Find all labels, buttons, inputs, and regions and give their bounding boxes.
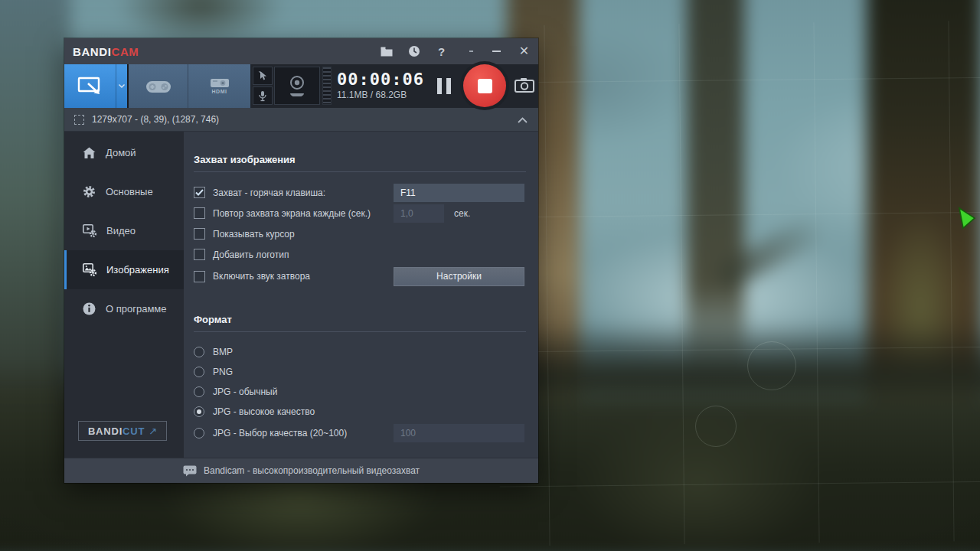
quality-value-input[interactable] xyxy=(394,424,524,442)
microphone-icon xyxy=(258,90,267,102)
jpg-high-quality-radio[interactable] xyxy=(194,406,204,417)
jpg-normal-label: JPG - обычный xyxy=(213,386,394,397)
video-settings-icon xyxy=(83,224,96,237)
png-label: PNG xyxy=(213,367,394,377)
record-circle xyxy=(463,64,506,107)
screen: BANDICAM ? xyxy=(0,0,980,551)
image-settings-icon xyxy=(83,263,96,276)
capture-toolbar: HDMI xyxy=(64,64,538,108)
collapse-panel-button[interactable] xyxy=(518,115,528,126)
divider xyxy=(194,331,526,332)
format-option-png: PNG xyxy=(194,362,526,382)
app-logo: BANDICAM xyxy=(73,45,139,58)
sidebar-item-label: Домой xyxy=(106,147,136,158)
add-logo-label: Добавить логотип xyxy=(213,249,394,260)
minimize-to-tray-button[interactable] xyxy=(462,45,475,58)
close-icon: ✕ xyxy=(519,45,529,57)
screen-recording-mode-button[interactable] xyxy=(64,64,116,108)
shutter-sound-label: Включить звук затвора xyxy=(213,271,394,282)
bmp-label: BMP xyxy=(213,347,394,357)
sidebar-item-label: Основные xyxy=(106,186,153,197)
sidebar: Домой Основные xyxy=(64,132,184,458)
titlebar[interactable]: BANDICAM ? xyxy=(64,38,538,64)
bmp-radio[interactable] xyxy=(194,347,204,357)
home-icon xyxy=(83,147,96,159)
tray-dot-icon xyxy=(469,51,473,52)
minimize-button[interactable] xyxy=(490,45,503,58)
add-logo-row: Добавить логотип xyxy=(194,244,526,265)
help-icon: ? xyxy=(438,45,445,58)
shutter-sound-row: Включить звук затвора Настройки xyxy=(194,265,526,288)
show-cursor-label: Показывать курсор xyxy=(213,229,394,240)
hotkey-input[interactable] xyxy=(394,184,524,202)
add-logo-checkbox[interactable] xyxy=(194,249,205,260)
hdmi-label: HDMI xyxy=(212,89,227,94)
sidebar-item-about[interactable]: О программе xyxy=(64,289,184,328)
repeat-capture-label: Повтор захвата экрана каждые (сек.) xyxy=(213,208,394,219)
format-option-jpg-high: JPG - высокое качество xyxy=(194,402,526,422)
jpg-normal-radio[interactable] xyxy=(194,386,204,397)
sidebar-item-video[interactable]: Видео xyxy=(64,211,184,250)
bandicut-button[interactable]: BANDICUT ↗ xyxy=(78,421,167,441)
chevron-down-icon xyxy=(119,84,125,88)
screenshot-button[interactable] xyxy=(514,77,534,95)
images-settings-panel: Захват изображения Захват - горячая клав… xyxy=(184,132,538,458)
stop-icon xyxy=(478,79,492,93)
minimize-icon xyxy=(492,51,501,52)
shutter-sound-checkbox[interactable] xyxy=(194,271,205,282)
recording-status: 00:00:06 11.1MB / 68.2GB xyxy=(337,70,424,100)
capture-device-icon xyxy=(210,78,230,88)
settings-button[interactable]: Настройки xyxy=(394,267,524,286)
repeat-capture-checkbox[interactable] xyxy=(194,207,205,219)
sidebar-item-label: Изображения xyxy=(106,264,169,276)
hotkey-checkbox[interactable] xyxy=(194,187,205,198)
png-radio[interactable] xyxy=(194,367,204,377)
show-cursor-row: Показывать курсор xyxy=(194,223,526,244)
folder-icon xyxy=(381,47,393,57)
help-button[interactable]: ? xyxy=(435,45,448,58)
sidebar-item-home[interactable]: Домой xyxy=(64,133,184,172)
region-rect-icon xyxy=(74,115,84,125)
bandicam-window: BANDICAM ? xyxy=(64,38,538,483)
open-folder-button[interactable] xyxy=(380,45,393,58)
mouse-effect-toggle[interactable] xyxy=(253,67,273,85)
schedule-button[interactable] xyxy=(407,45,420,58)
jpg-custom-quality-label: JPG - Выбор качества (20~100) xyxy=(213,428,394,439)
repeat-capture-row: Повтор захвата экрана каждые (сек.) сек. xyxy=(194,203,526,223)
format-option-jpg-custom: JPG - Выбор качества (20~100) xyxy=(194,422,526,445)
jpg-high-quality-label: JPG - высокое качество xyxy=(213,406,394,417)
mouse-cursor-icon xyxy=(258,70,268,81)
audio-level-meter xyxy=(322,67,332,105)
webcam-toggle[interactable] xyxy=(274,67,320,105)
recording-timer: 00:00:06 xyxy=(337,70,424,89)
pause-icon xyxy=(437,78,442,94)
logo-text-bandi: BANDI xyxy=(73,45,112,58)
section-title-format: Формат xyxy=(194,288,526,325)
jpg-custom-quality-radio[interactable] xyxy=(194,428,204,439)
stop-record-button[interactable] xyxy=(460,61,509,110)
logo-text-cam: CAM xyxy=(112,45,139,58)
sidebar-item-general[interactable]: Основные xyxy=(64,172,184,211)
sidebar-item-label: Видео xyxy=(106,225,136,236)
info-icon xyxy=(83,302,96,315)
seconds-suffix: сек. xyxy=(454,208,470,219)
screen-region-icon xyxy=(77,77,103,96)
sidebar-item-label: О программе xyxy=(106,303,167,315)
format-option-bmp: BMP xyxy=(194,342,526,362)
clock-icon xyxy=(408,45,420,57)
sidebar-item-images[interactable]: Изображения xyxy=(64,250,184,289)
recording-mode-dropdown[interactable] xyxy=(116,64,127,108)
close-button[interactable]: ✕ xyxy=(518,45,531,58)
status-text: Bandicam - высокопроизводительный видеоз… xyxy=(204,465,420,476)
repeat-interval-input[interactable] xyxy=(394,204,444,223)
bandicut-label-cut: CUT xyxy=(122,425,145,437)
section-title-capture: Захват изображения xyxy=(194,132,526,165)
show-cursor-checkbox[interactable] xyxy=(194,228,205,240)
game-recording-mode-button[interactable] xyxy=(127,64,188,108)
format-option-jpg-normal: JPG - обычный xyxy=(194,382,526,402)
pause-button[interactable] xyxy=(437,78,451,94)
device-recording-mode-button[interactable]: HDMI xyxy=(188,64,250,108)
gamepad-icon xyxy=(145,79,172,94)
capture-region-bar[interactable]: 1279x707 - (8, 39), (1287, 746) xyxy=(64,108,538,132)
microphone-toggle[interactable] xyxy=(253,86,273,105)
